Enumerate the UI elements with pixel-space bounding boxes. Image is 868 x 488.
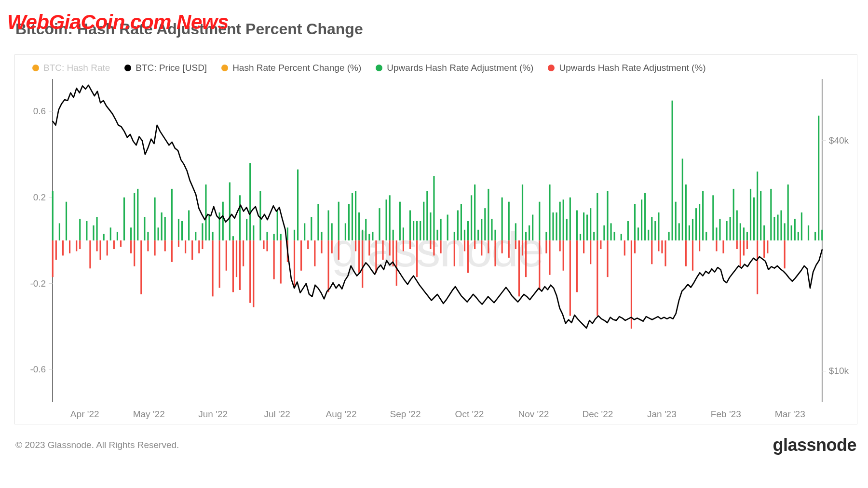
svg-rect-33 [96,217,97,240]
svg-rect-203 [96,240,97,251]
svg-rect-41 [144,217,145,240]
svg-rect-262 [488,240,489,253]
svg-rect-261 [481,240,482,255]
svg-rect-99 [426,191,428,240]
svg-rect-37 [123,198,125,240]
svg-rect-127 [549,185,550,240]
svg-rect-231 [273,240,275,279]
svg-rect-118 [502,198,503,240]
svg-rect-245 [368,240,370,255]
svg-rect-167 [712,195,714,240]
svg-rect-140 [597,193,598,240]
svg-rect-73 [311,217,312,240]
svg-rect-48 [178,219,179,240]
svg-rect-204 [100,240,101,260]
svg-rect-148 [637,227,639,240]
svg-rect-278 [590,240,591,264]
svg-rect-115 [488,189,489,240]
svg-rect-299 [763,240,765,258]
svg-rect-273 [559,240,561,251]
svg-rect-126 [545,232,547,240]
svg-rect-192 [808,225,809,240]
svg-rect-297 [746,240,748,249]
svg-rect-54 [208,215,210,241]
svg-rect-266 [515,240,516,249]
svg-text:Jan '23: Jan '23 [647,409,677,419]
svg-rect-237 [314,240,315,266]
legend-item[interactable]: BTC: Hash Rate [32,63,110,73]
svg-rect-150 [644,193,646,240]
svg-rect-285 [651,240,652,264]
svg-rect-196 [52,240,54,277]
svg-rect-53 [205,185,206,240]
legend-label: BTC: Price [USD] [136,63,207,73]
svg-rect-76 [328,211,329,241]
svg-rect-147 [634,204,636,240]
svg-rect-225 [239,240,241,290]
svg-rect-96 [416,221,418,240]
svg-rect-61 [246,219,247,240]
svg-rect-181 [763,225,765,240]
legend-item[interactable]: Upwards Hash Rate Adjustment (%) [376,63,533,73]
svg-text:Nov '22: Nov '22 [518,409,549,419]
svg-rect-250 [396,240,397,286]
svg-rect-169 [719,219,720,240]
legend-item[interactable]: BTC: Price [USD] [124,63,207,73]
svg-rect-195 [821,230,823,240]
svg-rect-34 [103,234,105,240]
svg-rect-202 [89,240,91,268]
svg-rect-72 [304,223,305,240]
svg-rect-219 [202,240,203,249]
svg-rect-193 [814,232,816,240]
svg-rect-138 [590,208,591,240]
svg-rect-255 [433,240,434,255]
legend-item[interactable]: Upwards Hash Rate Adjustment (%) [548,63,705,73]
svg-text:Jul '22: Jul '22 [264,409,290,419]
legend-swatch [376,65,382,71]
svg-rect-165 [702,191,704,240]
svg-rect-38 [130,227,132,240]
svg-rect-60 [239,195,241,240]
svg-rect-260 [474,240,475,249]
svg-rect-98 [423,202,424,240]
svg-rect-286 [658,240,659,251]
svg-text:0.6: 0.6 [33,106,46,116]
svg-rect-229 [263,240,264,249]
svg-rect-64 [259,191,261,240]
svg-rect-235 [300,240,302,271]
svg-rect-149 [641,199,642,240]
svg-rect-153 [654,221,656,240]
legend-item[interactable]: Hash Rate Percent Change (%) [221,63,361,73]
svg-rect-77 [331,223,333,240]
copyright-text: © 2023 Glassnode. All Rights Reserved. [15,440,179,450]
legend-swatch [548,65,555,71]
svg-rect-119 [508,202,510,240]
site-watermark-overlay: WebGiaCoin.com News [7,11,229,34]
svg-rect-107 [461,204,462,240]
svg-rect-288 [665,240,666,266]
svg-text:Mar '23: Mar '23 [775,409,805,419]
svg-rect-120 [515,223,516,240]
svg-rect-59 [232,236,234,240]
svg-rect-117 [494,230,496,240]
svg-rect-171 [730,217,731,240]
svg-rect-275 [570,240,571,316]
svg-rect-110 [471,195,472,240]
svg-rect-186 [784,223,786,240]
svg-rect-282 [624,240,625,255]
chart-footer: © 2023 Glassnode. All Rights Reserved. g… [15,435,856,455]
legend-swatch [32,65,39,71]
svg-rect-298 [757,240,758,294]
svg-rect-265 [508,240,510,258]
svg-text:$40k: $40k [829,135,849,145]
svg-rect-81 [352,193,353,240]
svg-rect-158 [678,223,680,240]
svg-rect-259 [467,240,469,273]
svg-rect-130 [559,202,561,240]
svg-rect-144 [614,232,615,240]
svg-rect-180 [760,191,761,240]
svg-rect-187 [787,185,789,240]
svg-rect-188 [791,225,792,240]
svg-rect-258 [464,240,465,251]
svg-text:-0.6: -0.6 [30,364,46,374]
